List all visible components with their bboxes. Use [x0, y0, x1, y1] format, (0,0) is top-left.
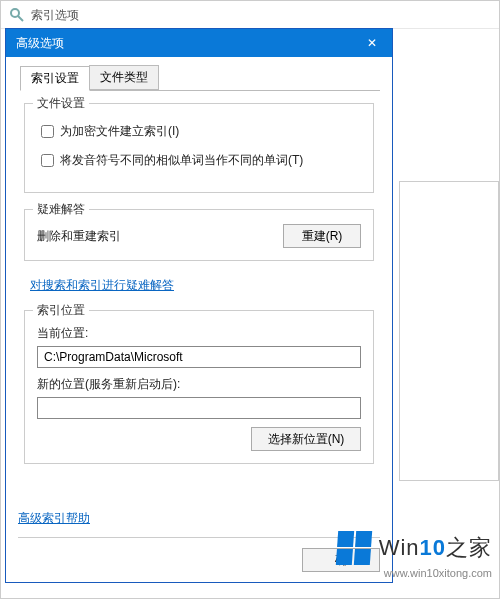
tab-file-types[interactable]: 文件类型: [89, 65, 159, 90]
tab-index-settings[interactable]: 索引设置: [20, 66, 90, 91]
group-index-location: 索引位置 当前位置: 新的位置(服务重新启动后): 选择新位置(N): [24, 310, 374, 464]
location-actions: 选择新位置(N): [37, 427, 361, 451]
choose-new-location-button[interactable]: 选择新位置(N): [251, 427, 361, 451]
svg-point-0: [11, 9, 19, 17]
group-legend: 文件设置: [33, 95, 89, 112]
group-legend: 疑难解答: [33, 201, 89, 218]
dialog-title: 高级选项: [16, 36, 64, 50]
tab-content: 文件设置 为加密文件建立索引(I) 将发音符号不同的相似单词当作不同的单词(T)…: [18, 91, 380, 464]
advanced-options-dialog: 高级选项 ✕ 索引设置 文件类型 文件设置 为加密文件建立索引(I): [5, 28, 393, 583]
parent-title: 索引选项: [31, 8, 79, 22]
new-location-input[interactable]: [37, 397, 361, 419]
checkbox-encrypted-input[interactable]: [41, 125, 54, 138]
delete-rebuild-label: 删除和重建索引: [37, 228, 121, 245]
tab-label: 索引设置: [31, 71, 79, 85]
troubleshoot-help-link[interactable]: 对搜索和索引进行疑难解答: [30, 278, 174, 292]
troubleshoot-row: 删除和重建索引 重建(R): [37, 224, 361, 248]
close-icon: ✕: [367, 36, 377, 50]
group-file-settings: 文件设置 为加密文件建立索引(I) 将发音符号不同的相似单词当作不同的单词(T): [24, 103, 374, 193]
rebuild-button[interactable]: 重建(R): [283, 224, 361, 248]
new-location-label: 新的位置(服务重新启动后):: [37, 376, 361, 393]
current-location-input[interactable]: [37, 346, 361, 368]
troubleshoot-link-row: 对搜索和索引进行疑难解答: [30, 277, 374, 294]
checkbox-label: 将发音符号不同的相似单词当作不同的单词(T): [60, 152, 303, 169]
ok-button[interactable]: 确: [302, 548, 380, 572]
parent-titlebar: 索引选项: [1, 1, 499, 29]
current-location-label: 当前位置:: [37, 325, 361, 342]
group-troubleshoot: 疑难解答 删除和重建索引 重建(R): [24, 209, 374, 261]
checkbox-label: 为加密文件建立索引(I): [60, 123, 179, 140]
dialog-bottom: 高级索引帮助 确: [18, 510, 380, 572]
advanced-index-help-link[interactable]: 高级索引帮助: [18, 511, 90, 525]
dialog-buttons: 确: [18, 537, 380, 572]
tab-label: 文件类型: [100, 70, 148, 84]
group-legend: 索引位置: [33, 302, 89, 319]
close-button[interactable]: ✕: [352, 29, 392, 57]
dialog-titlebar: 高级选项 ✕: [6, 29, 392, 57]
tab-strip: 索引设置 文件类型: [20, 67, 380, 91]
checkbox-encrypted-files[interactable]: 为加密文件建立索引(I): [37, 122, 361, 141]
dialog-body: 索引设置 文件类型 文件设置 为加密文件建立索引(I) 将发音符号不同的相似单词…: [6, 57, 392, 582]
svg-line-1: [18, 16, 23, 21]
indexing-icon: [9, 7, 25, 23]
checkbox-diacritics[interactable]: 将发音符号不同的相似单词当作不同的单词(T): [37, 151, 361, 170]
checkbox-diacritics-input[interactable]: [41, 154, 54, 167]
parent-listbox: [399, 181, 499, 481]
